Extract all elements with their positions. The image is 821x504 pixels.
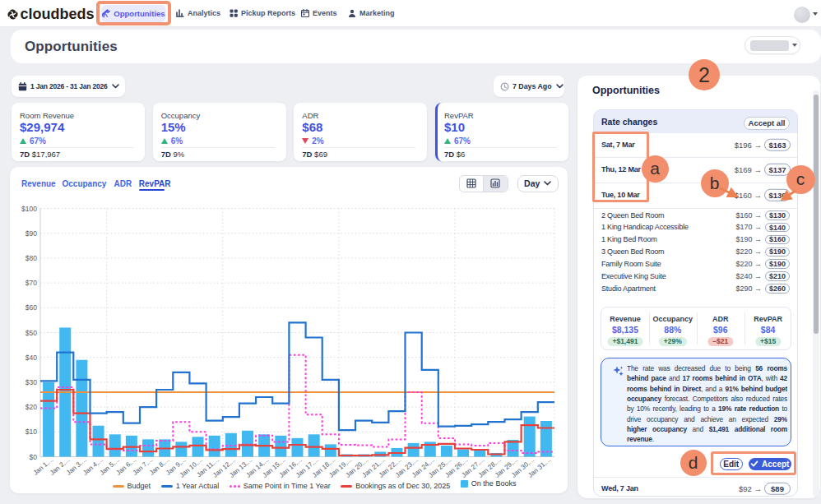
svg-text:$30: $30 — [26, 378, 37, 386]
svg-text:$100: $100 — [21, 205, 37, 213]
svg-text:$20: $20 — [26, 403, 37, 411]
svg-text:$50: $50 — [26, 329, 37, 337]
svg-text:$10: $10 — [26, 428, 37, 436]
svg-text:$40: $40 — [26, 354, 37, 362]
svg-text:$60: $60 — [26, 303, 37, 312]
svg-text:$70: $70 — [26, 279, 37, 287]
svg-text:$0: $0 — [30, 453, 38, 461]
svg-text:$80: $80 — [26, 254, 37, 262]
svg-text:$90: $90 — [26, 229, 37, 238]
